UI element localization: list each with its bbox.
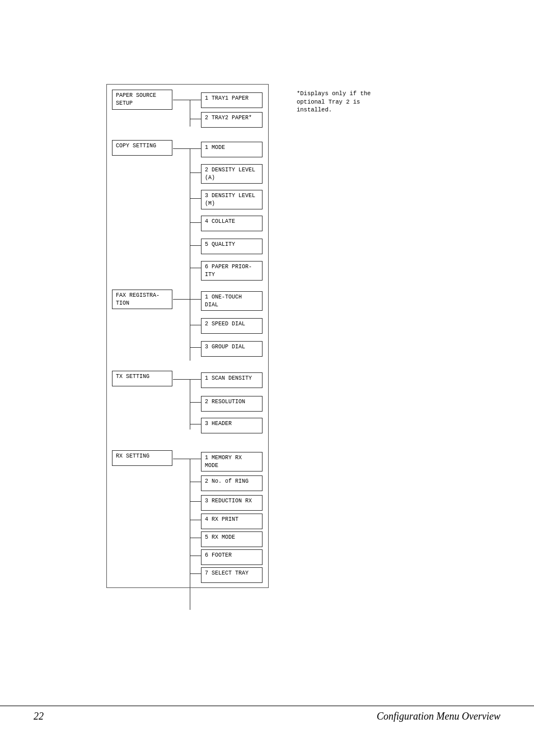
box-rx-mode: 5 RX MODE bbox=[201, 531, 263, 547]
page-number: 22 bbox=[34, 711, 44, 722]
box-paper-source-setup: PAPER SOURCESETUP bbox=[112, 90, 172, 110]
hl-tx bbox=[173, 379, 190, 380]
hl-tx-2 bbox=[190, 402, 201, 403]
box-tx-setting: TX SETTING bbox=[112, 371, 172, 386]
hl-fax-1 bbox=[190, 299, 201, 300]
box-tray1-paper: 1 TRAY1 PAPER bbox=[201, 92, 263, 108]
vl-paper-source bbox=[190, 100, 190, 127]
hl-copy-4 bbox=[190, 222, 201, 223]
hl-tx-1 bbox=[190, 379, 201, 380]
hl-rx-2 bbox=[190, 482, 201, 482]
vl-fax bbox=[190, 299, 190, 361]
box-copy-setting: COPY SETTING bbox=[112, 140, 172, 156]
box-copy-quality: 5 QUALITY bbox=[201, 239, 263, 254]
hl-copy-setting bbox=[173, 148, 190, 149]
box-rx-setting: RX SETTING bbox=[112, 450, 172, 466]
hl-fax-2 bbox=[190, 325, 201, 325]
hl-copy-2 bbox=[190, 172, 201, 173]
box-copy-density-m: 3 DENSITY LEVEL(M) bbox=[201, 190, 263, 209]
box-tx-scan-density: 1 SCAN DENSITY bbox=[201, 372, 263, 388]
box-copy-paper-priority: 6 PAPER PRIOR-ITY bbox=[201, 261, 263, 281]
note-area: *Displays only if the optional Tray 2 is… bbox=[297, 90, 397, 114]
box-fax-speed-dial: 2 SPEED DIAL bbox=[201, 318, 263, 334]
box-copy-collate: 4 COLLATE bbox=[201, 216, 263, 231]
outer-border bbox=[106, 84, 269, 588]
box-rx-no-ring: 2 No. of RING bbox=[201, 475, 263, 491]
hl-rx-4 bbox=[190, 520, 201, 520]
vl-tx bbox=[190, 379, 190, 430]
hl-copy-3 bbox=[190, 198, 201, 199]
box-rx-select-tray: 7 SELECT TRAY bbox=[201, 567, 263, 583]
box-tx-header: 3 HEADER bbox=[201, 418, 263, 433]
hl-paper-source bbox=[173, 100, 190, 100]
note-text: *Displays only if the optional Tray 2 is… bbox=[297, 90, 371, 113]
box-rx-footer: 6 FOOTER bbox=[201, 549, 263, 565]
box-rx-print: 4 RX PRINT bbox=[201, 514, 263, 529]
hl-fax-3 bbox=[190, 347, 201, 348]
box-copy-density-a: 2 DENSITY LEVEL(A) bbox=[201, 164, 263, 184]
hl-rx-7 bbox=[190, 573, 201, 574]
box-tx-resolution: 2 RESOLUTION bbox=[201, 396, 263, 412]
hl-rx-1 bbox=[190, 459, 201, 459]
hl-rx-6 bbox=[190, 556, 201, 556]
box-rx-reduction: 3 REDUCTION RX bbox=[201, 495, 263, 511]
hl-rx-3 bbox=[190, 501, 201, 502]
hl-copy-6 bbox=[190, 268, 201, 268]
hl-rx-5 bbox=[190, 538, 201, 538]
box-fax-registration: FAX REGISTRA-TION bbox=[112, 290, 172, 309]
hl-paper-source-2 bbox=[190, 119, 201, 119]
hl-copy-1 bbox=[190, 148, 201, 149]
box-copy-mode: 1 MODE bbox=[201, 142, 263, 157]
hl-paper-source-1 bbox=[190, 100, 201, 100]
box-fax-group-dial: 3 GROUP DIAL bbox=[201, 341, 263, 357]
page-title: Configuration Menu Overview bbox=[377, 711, 500, 722]
box-tray2-paper: 2 TRAY2 PAPER* bbox=[201, 112, 263, 128]
hl-rx bbox=[173, 459, 190, 459]
vl-copy-setting bbox=[190, 148, 190, 300]
hl-tx-3 bbox=[190, 424, 201, 424]
box-fax-one-touch: 1 ONE-TOUCHDIAL bbox=[201, 291, 263, 311]
box-rx-memory: 1 MEMORY RXMODE bbox=[201, 452, 263, 472]
page-footer: 22 Configuration Menu Overview bbox=[0, 706, 534, 722]
hl-copy-5 bbox=[190, 245, 201, 246]
hl-fax bbox=[173, 299, 190, 300]
